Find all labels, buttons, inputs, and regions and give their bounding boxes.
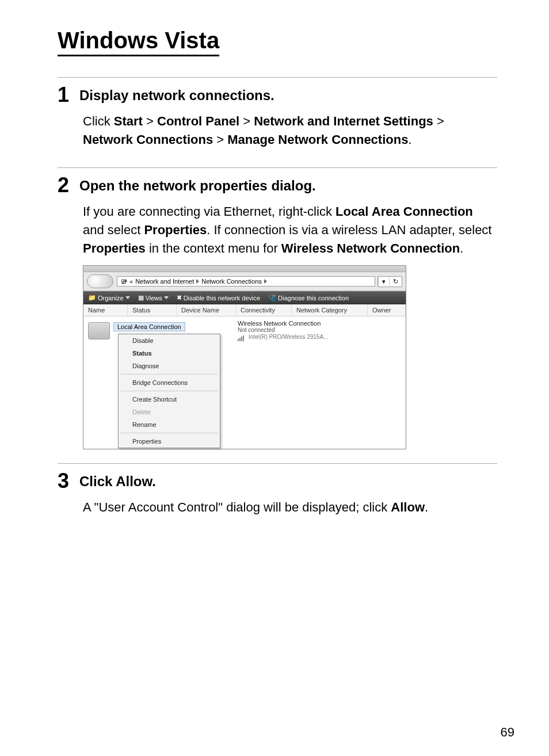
sep: > xyxy=(437,114,444,128)
menu-status[interactable]: Status xyxy=(119,347,220,360)
menu-properties[interactable]: Properties xyxy=(119,435,220,448)
col-owner[interactable]: Owner xyxy=(368,304,406,316)
wireless-connection-item[interactable]: Wireless Network Connection Not connecte… xyxy=(234,316,406,449)
vista-window: 🖳 « Network and Internet Network Connect… xyxy=(83,265,406,449)
wireless-device-row: Intel(R) PRO/Wireless 2915A... xyxy=(238,333,402,341)
menu-bridge[interactable]: Bridge Connections xyxy=(119,376,220,389)
toolbar-diagnose[interactable]: 🩺 Diagnose this connection xyxy=(268,294,349,301)
text: . xyxy=(425,500,428,514)
step-2: 2 Open the network properties dialog. If… xyxy=(58,174,497,453)
step-heading: Open the network properties dialog. xyxy=(79,177,497,194)
wireless-device: Intel(R) PRO/Wireless 2915A... xyxy=(249,334,328,340)
address-bar[interactable]: 🖳 « Network and Internet Network Connect… xyxy=(117,276,375,287)
dropdown-icon[interactable]: ▾ xyxy=(378,277,389,287)
text: Click xyxy=(83,114,114,128)
text: If you are connecting via Ethernet, righ… xyxy=(83,204,336,219)
page-title: Windows Vista xyxy=(58,28,219,56)
page-number: 69 xyxy=(501,725,514,740)
text: and select xyxy=(83,223,144,237)
menu-diagnose[interactable]: Diagnose xyxy=(119,360,220,372)
lan-area: Local Area Connection Disable Status Dia… xyxy=(83,316,234,449)
step-heading: Display network connections. xyxy=(79,87,497,104)
step-body: Open the network properties dialog. If y… xyxy=(77,174,497,453)
text: . If connection is via a wireless LAN ad… xyxy=(207,223,491,237)
label: Disable this network device xyxy=(184,295,260,301)
bold-text: Properties xyxy=(144,223,207,237)
toolbar: 📁 Organize ▦ Views ✖ Disable this networ… xyxy=(83,291,406,304)
step-paragraph: A "User Account Control" dialog will be … xyxy=(79,498,497,517)
col-connectivity[interactable]: Connectivity xyxy=(236,304,292,316)
column-headers: Name Status Device Name Connectivity Net… xyxy=(83,304,406,316)
label: Diagnose this connection xyxy=(278,295,349,301)
step-1: 1 Display network connections. Click Sta… xyxy=(58,83,497,157)
text: . xyxy=(460,241,463,255)
lan-connection-item[interactable]: Local Area Connection xyxy=(113,322,185,331)
chevron-right-icon xyxy=(264,279,267,284)
chevron-down-icon xyxy=(164,296,169,299)
menu-shortcut[interactable]: Create Shortcut xyxy=(119,393,220,406)
breadcrumb-back: « xyxy=(129,278,133,285)
step-body: Click Allow. A "User Account Control" di… xyxy=(77,469,497,525)
step-body: Display network connections. Click Start… xyxy=(77,83,497,157)
refresh-icon[interactable]: ↻ xyxy=(389,277,402,287)
step-paragraph: If you are connecting via Ethernet, righ… xyxy=(79,203,497,258)
nav-item: Network Connections xyxy=(83,132,213,147)
step-heading: Click Allow. xyxy=(79,473,497,490)
step-number: 3 xyxy=(58,471,77,491)
chevron-down-icon xyxy=(125,296,130,299)
network-adapter-icon xyxy=(88,322,110,339)
text: . xyxy=(152,474,156,489)
toolbar-views[interactable]: ▦ Views xyxy=(138,294,169,301)
col-status[interactable]: Status xyxy=(128,304,177,316)
context-menu: Disable Status Diagnose Bridge Connectio… xyxy=(118,334,220,448)
signal-bars-icon xyxy=(238,334,245,341)
wireless-name: Wireless Network Connection xyxy=(238,320,402,327)
menu-disable[interactable]: Disable xyxy=(119,334,220,347)
text: . xyxy=(408,132,411,147)
divider xyxy=(58,167,497,168)
nav-item: Network and Internet Settings xyxy=(254,114,433,128)
label: Views xyxy=(146,295,162,301)
col-category[interactable]: Network Category xyxy=(292,304,368,316)
breadcrumb-item[interactable]: Network Connections xyxy=(201,278,262,285)
window-titlebar xyxy=(83,266,406,272)
divider xyxy=(58,77,497,78)
menu-rename[interactable]: Rename xyxy=(119,418,220,431)
col-name[interactable]: Name xyxy=(83,304,128,316)
bold-text: Properties xyxy=(83,241,146,255)
breadcrumb-item[interactable]: Network and Internet xyxy=(135,278,194,285)
text: Click xyxy=(79,474,116,489)
sep: > xyxy=(146,114,154,128)
nav-back-forward-icon[interactable] xyxy=(87,274,113,288)
menu-delete[interactable]: Delete xyxy=(119,406,220,418)
address-row: 🖳 « Network and Internet Network Connect… xyxy=(83,272,406,291)
menu-separator xyxy=(121,374,218,375)
sep: > xyxy=(243,114,250,128)
bold-text: Allow xyxy=(391,500,425,514)
menu-separator xyxy=(121,433,218,433)
breadcrumb-icon: 🖳 xyxy=(121,278,127,285)
menu-separator xyxy=(121,391,218,391)
bold-text: Wireless Network Connection xyxy=(281,241,460,255)
nav-item: Manage Network Connections xyxy=(227,132,408,147)
divider xyxy=(58,463,497,464)
col-device[interactable]: Device Name xyxy=(177,304,236,316)
chevron-right-icon xyxy=(196,279,199,284)
sep: > xyxy=(216,132,224,147)
explorer-body: Local Area Connection Disable Status Dia… xyxy=(83,316,406,449)
step-number: 1 xyxy=(58,85,77,105)
nav-item: Control Panel xyxy=(157,114,239,128)
toolbar-organize[interactable]: 📁 Organize xyxy=(88,294,130,301)
toolbar-disable[interactable]: ✖ Disable this network device xyxy=(177,294,260,301)
bold-text: Local Area Connection xyxy=(336,204,473,219)
step-paragraph: Click Start > Control Panel > Network an… xyxy=(79,112,497,149)
step-number: 2 xyxy=(58,175,77,196)
text: in the context menu for xyxy=(146,241,281,255)
page-root: Windows Vista 1 Display network connecti… xyxy=(0,0,549,756)
label: Organize xyxy=(98,295,124,301)
wireless-status: Not connected xyxy=(238,327,402,333)
bold-text: Allow xyxy=(116,474,152,489)
text: A "User Account Control" dialog will be … xyxy=(83,500,391,514)
nav-item: Start xyxy=(114,114,143,128)
address-controls: ▾ ↻ xyxy=(378,276,402,287)
